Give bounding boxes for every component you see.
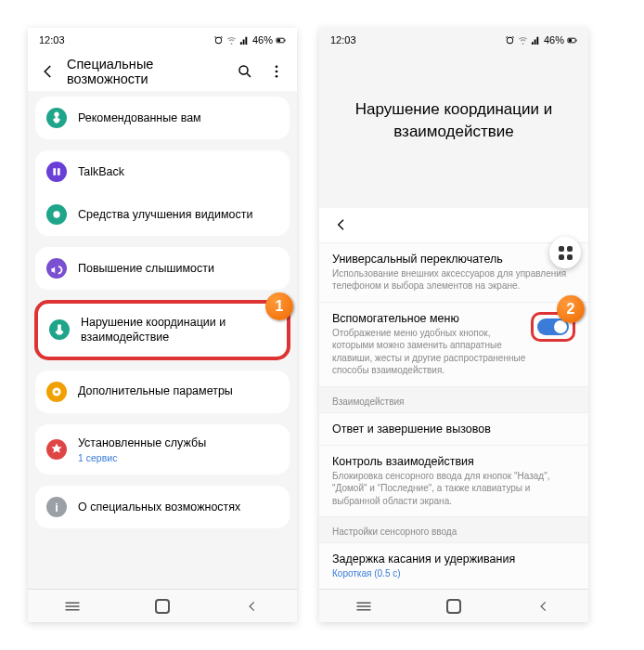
svg-point-13 xyxy=(48,383,65,399)
more-button[interactable] xyxy=(264,58,290,84)
status-time: 12:03 xyxy=(39,34,65,46)
item-title: Задержка касания и удерживания xyxy=(332,552,575,566)
svg-point-5 xyxy=(276,71,278,73)
settings-group: TalkBackСредства улучшения видимости xyxy=(35,150,290,236)
interaction-icon xyxy=(49,319,70,340)
item-label: Нарушение координации и взаимодействие xyxy=(81,315,276,345)
section-header: Взаимодействия xyxy=(319,387,588,413)
wifi-icon xyxy=(226,35,237,46)
settings-item-about[interactable]: iО специальных возможностях xyxy=(35,486,290,528)
svg-point-6 xyxy=(276,75,278,78)
recommended-icon xyxy=(46,108,67,128)
alarm-icon xyxy=(213,35,224,46)
setting-universal-switch[interactable]: Универсальный переключательИспользование… xyxy=(319,243,588,303)
large-header-title: Нарушение координации и взаимодействие xyxy=(338,98,570,143)
item-sublabel: Короткая (0.5 с) xyxy=(332,567,575,580)
settings-item-visibility[interactable]: Средства улучшения видимости xyxy=(35,193,290,236)
nav-bar xyxy=(319,589,588,622)
chevron-left-icon xyxy=(40,63,57,80)
nav-back[interactable] xyxy=(521,590,567,622)
settings-item-hearing[interactable]: Повышение слышимости xyxy=(35,247,290,290)
visibility-icon xyxy=(46,204,67,225)
item-title: Ответ и завершение вызовов xyxy=(332,422,575,436)
nav-bar xyxy=(28,589,297,622)
item-description: Использование внешних аксессуаров для уп… xyxy=(332,267,575,292)
wifi-icon xyxy=(518,35,528,46)
battery-text: 46% xyxy=(544,34,564,46)
setting-touch-hold[interactable]: Задержка касания и удерживанияКороткая (… xyxy=(319,543,588,589)
svg-point-4 xyxy=(276,65,278,68)
setting-answer-end[interactable]: Ответ и завершение вызовов xyxy=(319,413,588,446)
nav-home[interactable] xyxy=(139,590,186,622)
item-title: Универсальный переключатель xyxy=(332,253,575,266)
sub-app-bar xyxy=(319,208,588,243)
more-vert-icon xyxy=(268,63,285,80)
back-button[interactable] xyxy=(328,212,354,238)
settings-group: Установленные службы1 сервис xyxy=(35,424,290,474)
status-icons: 46% xyxy=(505,34,577,46)
settings-item-talkback[interactable]: TalkBack xyxy=(35,150,290,193)
nav-back[interactable] xyxy=(229,590,276,622)
section-header: Настройки сенсорного ввода xyxy=(319,517,588,543)
item-title: Контроль взаимодействия xyxy=(332,455,575,468)
svg-point-11 xyxy=(48,260,65,277)
item-label: Рекомендованные вам xyxy=(78,110,278,125)
nav-home[interactable] xyxy=(431,590,477,622)
battery-icon xyxy=(276,35,286,46)
settings-group: Нарушение координации и взаимодействие xyxy=(35,301,290,359)
item-sublabel: 1 сервис xyxy=(78,452,278,463)
item-label: Повышение слышимости xyxy=(78,261,278,276)
settings-group: Дополнительные параметры xyxy=(35,370,290,413)
nav-recent[interactable] xyxy=(341,590,387,622)
svg-rect-1 xyxy=(277,39,280,42)
signal-icon xyxy=(239,35,250,46)
search-button[interactable] xyxy=(232,58,258,84)
status-bar: 12:03 46% xyxy=(319,28,588,52)
nav-recent[interactable] xyxy=(49,590,96,622)
phone-right: 12:03 46% Нарушение координации и взаимо… xyxy=(319,28,588,622)
settings-item-installed[interactable]: Установленные службы1 сервис xyxy=(35,424,290,474)
status-icons: 46% xyxy=(213,34,286,46)
battery-text: 46% xyxy=(252,34,273,46)
item-label: TalkBack xyxy=(78,164,278,179)
svg-point-3 xyxy=(239,66,248,74)
settings-list: Рекомендованные вамTalkBackСредства улуч… xyxy=(28,91,297,589)
hearing-icon xyxy=(46,258,67,279)
status-time: 12:03 xyxy=(330,34,356,46)
search-icon xyxy=(237,63,253,80)
settings-group: Повышение слышимости xyxy=(35,247,290,290)
alarm-icon xyxy=(505,35,515,46)
settings-item-recommended[interactable]: Рекомендованные вам xyxy=(35,97,290,139)
settings-item-interaction[interactable]: Нарушение координации и взаимодействие xyxy=(38,304,287,357)
item-label: Дополнительные параметры xyxy=(78,384,278,398)
back-button[interactable] xyxy=(35,58,61,84)
grid-icon xyxy=(559,246,573,260)
item-label: О специальных возможностях xyxy=(78,500,278,514)
talkback-icon xyxy=(46,162,67,182)
annotation-badge-2: 2 xyxy=(557,295,585,323)
app-bar: Специальные возможности xyxy=(28,52,297,91)
svg-point-10 xyxy=(53,211,59,217)
item-title: Вспомогательное меню xyxy=(332,312,531,325)
chevron-left-icon xyxy=(334,217,349,232)
settings-group: iО специальных возможностях xyxy=(35,486,290,528)
annotation-badge-1: 1 xyxy=(265,292,293,320)
setting-interaction-control[interactable]: Контроль взаимодействияБлокировка сенсор… xyxy=(319,446,588,518)
settings-item-advanced[interactable]: Дополнительные параметры xyxy=(35,370,290,413)
advanced-icon xyxy=(46,382,67,402)
item-description: Отображение меню удобных кнопок, которым… xyxy=(332,327,531,377)
settings-group: Рекомендованные вам xyxy=(35,97,290,139)
setting-assistant-menu[interactable]: Вспомогательное менюОтображение меню удо… xyxy=(319,303,588,387)
page-title: Специальные возможности xyxy=(67,57,226,86)
interaction-settings-list[interactable]: Универсальный переключательИспользование… xyxy=(319,243,588,589)
about-icon: i xyxy=(46,497,67,517)
installed-icon xyxy=(46,439,67,460)
svg-rect-27 xyxy=(447,600,460,613)
item-label: Средства улучшения видимости xyxy=(78,207,278,222)
phone-left: 12:03 46% Специальные возможности Рекоме… xyxy=(28,28,297,622)
large-header: Нарушение координации и взаимодействие xyxy=(319,52,588,208)
svg-rect-20 xyxy=(156,600,169,613)
svg-text:i: i xyxy=(55,500,58,514)
svg-rect-2 xyxy=(285,39,286,41)
signal-icon xyxy=(531,35,541,46)
